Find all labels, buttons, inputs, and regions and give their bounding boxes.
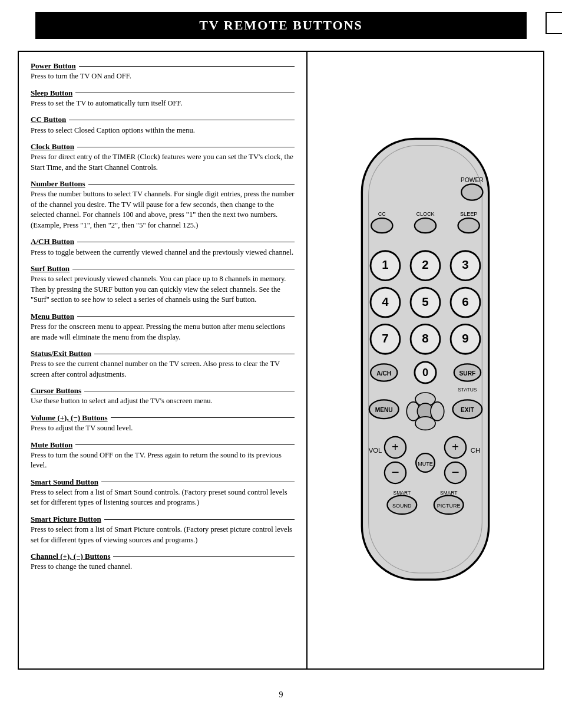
channel-buttons-entry: Channel (+), (−) Buttons Press to change… — [31, 551, 295, 572]
power-button-title: Power Button — [31, 61, 76, 71]
clock-button-desc: Press for direct entry of the TIMER (Clo… — [31, 152, 295, 173]
svg-text:2: 2 — [422, 258, 428, 271]
svg-text:3: 3 — [462, 258, 468, 271]
surf-button-entry: Surf Button Press to select previously v… — [31, 263, 295, 305]
svg-text:−: − — [451, 464, 459, 479]
sleep-button-title: Sleep Button — [31, 88, 72, 98]
remote-svg: POWER CC CLOCK SLEEP 1 2 3 4 — [325, 132, 525, 587]
svg-text:A/CH: A/CH — [376, 370, 391, 376]
svg-point-7 — [415, 218, 436, 233]
ach-button-desc: Press to toggle between the currently vi… — [31, 248, 295, 258]
svg-text:PICTURE: PICTURE — [437, 503, 461, 509]
mute-button-title: Mute Button — [31, 440, 72, 450]
mute-button-entry: Mute Button Press to turn the sound OFF … — [31, 440, 295, 471]
channel-buttons-desc: Press to change the tuned channel. — [31, 562, 295, 572]
smart-sound-button-entry: Smart Sound Button Press to select from … — [31, 477, 295, 508]
sleep-button-desc: Press to set the TV to automatically tur… — [31, 98, 295, 109]
svg-point-41 — [415, 416, 435, 430]
status-exit-button-desc: Press to see the current channel number … — [31, 359, 295, 380]
smart-picture-button-title: Smart Picture Button — [31, 514, 101, 525]
header-box — [546, 12, 562, 34]
svg-text:7: 7 — [382, 332, 388, 345]
svg-text:VOL: VOL — [369, 447, 382, 454]
power-button-entry: Power Button Press to turn the TV ON and… — [31, 61, 295, 82]
svg-text:SLEEP: SLEEP — [460, 210, 477, 216]
menu-button-desc: Press for the onscreen menu to appear. P… — [31, 322, 295, 342]
cc-button-title: CC Button — [31, 114, 66, 125]
power-button-desc: Press to turn the TV ON and OFF. — [31, 71, 295, 82]
menu-button-title: Menu Button — [31, 311, 74, 322]
smart-sound-button-title: Smart Sound Button — [31, 477, 98, 487]
svg-rect-0 — [362, 139, 488, 579]
svg-point-3 — [461, 184, 482, 200]
status-exit-button-entry: Status/Exit Button Press to see the curr… — [31, 348, 295, 380]
svg-text:POWER: POWER — [461, 177, 484, 183]
svg-text:5: 5 — [422, 295, 428, 308]
smart-picture-button-entry: Smart Picture Button Press to select fro… — [31, 514, 295, 545]
svg-text:SOUND: SOUND — [392, 503, 412, 509]
svg-text:+: + — [392, 440, 399, 453]
svg-text:4: 4 — [382, 295, 389, 308]
cursor-buttons-desc: Use these button to select and adjust th… — [31, 396, 295, 407]
svg-text:6: 6 — [462, 295, 468, 308]
svg-text:1: 1 — [382, 258, 388, 271]
cc-button-entry: CC Button Press to select Closed Caption… — [31, 114, 295, 136]
remote-control: POWER CC CLOCK SLEEP 1 2 3 4 — [325, 132, 525, 589]
surf-button-desc: Press to select previously viewed channe… — [31, 274, 295, 305]
sleep-button-entry: Sleep Button Press to set the TV to auto… — [31, 88, 295, 109]
clock-button-title: Clock Button — [31, 141, 74, 152]
volume-buttons-title: Volume (+), (−) Buttons — [31, 413, 108, 423]
surf-button-title: Surf Button — [31, 263, 70, 274]
svg-text:SURF: SURF — [459, 370, 476, 376]
svg-text:0: 0 — [422, 366, 428, 378]
volume-buttons-entry: Volume (+), (−) Buttons Press to adjust … — [31, 413, 295, 434]
volume-buttons-desc: Press to adjust the TV sound level. — [31, 423, 295, 434]
clock-button-entry: Clock Button Press for direct entry of t… — [31, 141, 295, 173]
left-panel: Power Button Press to turn the TV ON and… — [19, 52, 308, 668]
svg-text:CLOCK: CLOCK — [416, 210, 434, 216]
svg-text:EXIT: EXIT — [461, 407, 474, 413]
svg-text:MUTE: MUTE — [418, 460, 433, 466]
number-buttons-entry: Number Buttons Press the number buttons … — [31, 179, 295, 230]
svg-text:−: − — [391, 464, 399, 479]
smart-picture-button-desc: Press to select from a list of Smart Pic… — [31, 525, 295, 545]
menu-button-entry: Menu Button Press for the onscreen menu … — [31, 311, 295, 342]
right-panel: POWER CC CLOCK SLEEP 1 2 3 4 — [308, 52, 543, 668]
svg-text:CC: CC — [378, 210, 386, 216]
number-buttons-title: Number Buttons — [31, 179, 85, 189]
cc-button-desc: Press to select Closed Caption options w… — [31, 126, 295, 136]
svg-text:9: 9 — [462, 332, 468, 345]
page-title: TV Remote Buttons — [35, 12, 527, 39]
svg-text:CH: CH — [471, 447, 480, 454]
svg-text:+: + — [452, 440, 459, 453]
svg-point-40 — [431, 402, 444, 421]
ach-button-title: A/CH Button — [31, 236, 74, 247]
cursor-buttons-title: Cursor Buttons — [31, 386, 81, 396]
number-buttons-desc: Press the number buttons to select TV ch… — [31, 189, 295, 230]
svg-text:8: 8 — [422, 332, 428, 345]
svg-point-5 — [371, 218, 392, 233]
status-exit-button-title: Status/Exit Button — [31, 348, 91, 359]
ach-button-entry: A/CH Button Press to toggle between the … — [31, 236, 295, 258]
svg-point-9 — [458, 218, 480, 233]
page-number: 9 — [0, 681, 562, 709]
cursor-buttons-entry: Cursor Buttons Use these button to selec… — [31, 386, 295, 407]
smart-sound-button-desc: Press to select from a list of Smart Sou… — [31, 487, 295, 508]
svg-text:MENU: MENU — [375, 407, 393, 413]
channel-buttons-title: Channel (+), (−) Buttons — [31, 551, 110, 562]
mute-button-desc: Press to turn the sound OFF on the TV. P… — [31, 450, 295, 471]
main-content: Power Button Press to turn the TV ON and… — [18, 51, 544, 670]
svg-text:STATUS: STATUS — [458, 386, 477, 392]
